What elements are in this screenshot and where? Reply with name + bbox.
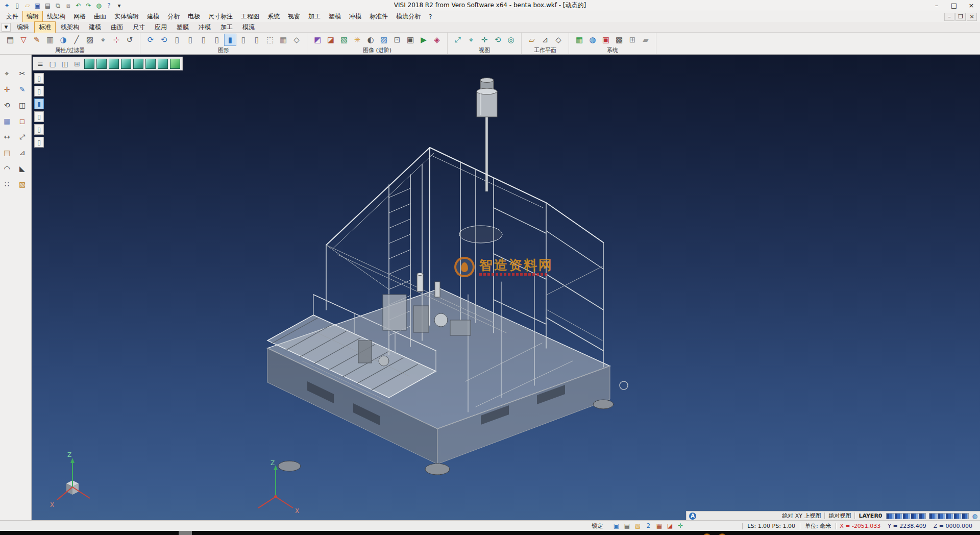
environment-icon[interactable]: ▨ [378,34,390,46]
view-mode-label[interactable]: 绝对 XY 上视图 [782,512,821,520]
minimize-button[interactable]: – [928,0,945,11]
screen-icon[interactable]: ▣ [611,522,621,530]
show-curves-toggle[interactable]: ▯ [184,34,197,46]
material-cube-icon[interactable]: ◪ [665,522,674,530]
taskbar-item[interactable] [179,531,192,535]
show-solids-toggle[interactable]: ▯ [211,34,223,46]
layers-icon[interactable]: ▣ [600,34,612,46]
axes-icon[interactable]: ✛ [676,522,685,530]
textures-icon[interactable]: ▧ [338,34,350,46]
front-view-icon[interactable] [109,59,119,69]
color-filter-icon[interactable]: ◑ [57,34,69,46]
lights-icon[interactable]: ✳ [351,34,363,46]
split-window-icon[interactable]: ◫ [59,58,70,69]
top-view-icon[interactable] [96,59,107,69]
mdi-close-button[interactable]: × [967,13,977,21]
layers-tool-icon[interactable]: ▤ [2,147,13,158]
material-slab-icon[interactable]: ▰ [640,34,652,46]
menu-item[interactable]: 标准件 [365,11,392,22]
ribbon-tab[interactable]: 标准 [34,21,56,33]
match-properties-icon[interactable]: ✎ [31,34,43,46]
redo-icon[interactable]: ↷ [84,1,93,10]
snapshot-icon[interactable]: ▣ [404,34,416,46]
filter-dims-toggle[interactable]: ▯ [34,137,44,148]
snap-point-icon[interactable]: ✛ [2,84,13,95]
close-button[interactable]: × [963,0,980,11]
grid-icon[interactable]: ▦ [2,115,13,127]
rotate-icon[interactable]: ⟲ [2,100,13,111]
filter-surfaces-toggle[interactable]: ▮ [34,99,44,109]
title-bar[interactable]: ✦▯▱▣▤⧉⧈↶↷◍?▾ VISI 2018 R2 from Vero Soft… [0,0,980,11]
shaded-view-icon[interactable] [170,59,180,69]
annotation-badge[interactable]: A [689,513,696,520]
open-file-icon[interactable]: ▱ [22,1,32,10]
filter-points-toggle[interactable]: ▯ [34,73,44,84]
previous-view-icon[interactable]: ◎ [505,34,517,46]
menu-item[interactable]: 塑模 [325,11,345,22]
ribbon-tab[interactable]: 塑膜 [172,21,193,33]
print-icon[interactable]: ▤ [43,1,53,10]
linetype-filter-icon[interactable]: ╱ [70,34,83,46]
filter-icon[interactable]: ▽ [17,34,30,46]
workplane-align-icon[interactable]: ⊿ [539,34,551,46]
tab-overflow-dropdown[interactable]: ▼ [2,23,11,32]
wcs-icon[interactable]: ⊹ [110,34,122,46]
web-icon[interactable]: ◍ [586,34,599,46]
single-window-icon[interactable]: ▢ [47,58,58,69]
orbit-icon[interactable]: ⟲ [492,34,504,46]
zoom-fit-icon[interactable]: ⤢ [452,34,464,46]
layer-manager-icon[interactable]: ▥ [44,34,56,46]
arc-icon[interactable]: ◠ [2,163,13,174]
table-icon[interactable]: ⊞ [626,34,639,46]
reset-filter-icon[interactable]: ↺ [124,34,136,46]
advanced-render-icon[interactable]: ◩ [311,34,324,46]
copy-icon[interactable]: ⧉ [53,1,63,10]
mdi-restore-button[interactable]: ❐ [955,13,966,21]
count-badge[interactable]: 2 [644,522,653,530]
view-globe-icon[interactable]: ◍ [972,513,977,520]
maximize-button[interactable]: □ [945,0,963,11]
back-view-icon[interactable] [121,59,131,69]
ribbon-tab[interactable]: 模流 [238,21,259,33]
filter-curves-toggle[interactable]: ▯ [34,86,44,96]
animation-icon[interactable]: ▶ [418,34,430,46]
image-icon[interactable]: ▧ [633,522,642,530]
os-taskbar[interactable] [0,531,980,535]
show-points-toggle[interactable]: ▯ [171,34,183,46]
erase-icon[interactable]: ◻ [17,115,28,127]
chamfer-icon[interactable]: ◣ [17,163,28,174]
measure-icon[interactable]: ⊿ [17,147,28,158]
pattern-icon[interactable]: ▩ [613,34,625,46]
move-icon[interactable]: ↔ [2,131,13,142]
show-hidden-toggle[interactable]: ▯ [237,34,250,46]
menu-item[interactable]: 模流分析 [392,11,425,22]
layer-colors-bar[interactable] [886,513,926,519]
color-table-icon[interactable]: ▦ [573,34,585,46]
materials-icon[interactable]: ◪ [325,34,337,46]
new-file-icon[interactable]: ▯ [12,1,22,10]
print-preview-icon[interactable]: ▤ [622,522,631,530]
ribbon-tab[interactable]: 尺寸 [128,21,150,33]
iso-view-icon[interactable] [84,59,94,69]
filter-solids-toggle[interactable]: ▯ [34,111,44,122]
ribbon-tab[interactable]: 应用 [150,21,172,33]
ribbon-tab[interactable]: 加工 [216,21,237,33]
qat-dropdown-icon[interactable]: ▾ [114,1,124,10]
viewbar-menu-icon[interactable]: ≡ [35,58,46,69]
app-logo-icon[interactable]: ✦ [2,1,12,10]
mdi-minimize-button[interactable]: – [944,13,954,21]
pen-colors-bar[interactable] [929,513,969,519]
right-view-icon[interactable] [145,59,156,69]
properties-icon[interactable]: ▤ [4,34,16,46]
menu-item[interactable]: ? [425,12,436,22]
units-label[interactable]: 单位: 毫米 [805,522,831,530]
grid-toggle[interactable]: ▦ [277,34,289,46]
pan-icon[interactable]: ✛ [478,34,491,46]
bottom-view-icon[interactable] [158,59,168,69]
bounding-box-toggle[interactable]: ⬚ [264,34,276,46]
array-icon[interactable]: ∷ [2,179,13,190]
ribbon-tab[interactable]: 编辑 [12,21,34,33]
stretch-icon[interactable]: ⤢ [17,131,28,142]
lock-label[interactable]: 锁定 [592,522,603,530]
redraw-icon[interactable]: ⟳ [144,34,157,46]
